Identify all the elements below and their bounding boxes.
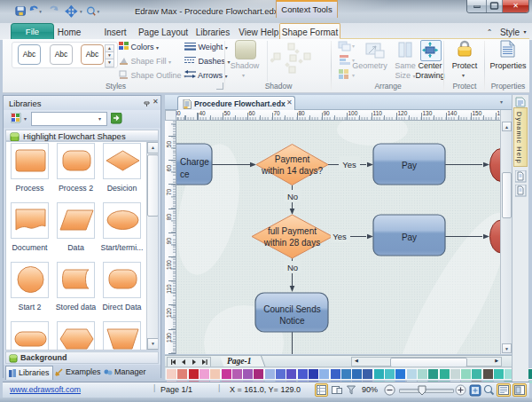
- svg-text:No: No: [287, 263, 298, 272]
- svg-text:▾: ▾: [80, 9, 82, 14]
- svg-text:Pay: Pay: [402, 233, 417, 242]
- svg-text:Yes: Yes: [342, 160, 356, 169]
- svg-text:No: No: [287, 192, 298, 201]
- svg-text:ce: ce: [180, 169, 190, 179]
- svg-text:within 14 days?: within 14 days?: [261, 166, 323, 176]
- svg-text:Payment: Payment: [275, 154, 310, 164]
- svg-text:▾: ▾: [39, 9, 42, 14]
- svg-text:full Payment: full Payment: [268, 226, 317, 236]
- svg-text:Notice: Notice: [279, 316, 305, 326]
- svg-text:Charge: Charge: [180, 157, 209, 167]
- svg-text:within 28 days: within 28 days: [263, 238, 320, 248]
- svg-text:▾: ▾: [352, 73, 355, 78]
- svg-text:Yes: Yes: [332, 232, 347, 241]
- svg-text:▾: ▾: [97, 9, 99, 14]
- svg-text:Pay: Pay: [402, 161, 417, 170]
- svg-text:Council Sends: Council Sends: [263, 304, 320, 314]
- svg-text:▾: ▾: [352, 43, 355, 49]
